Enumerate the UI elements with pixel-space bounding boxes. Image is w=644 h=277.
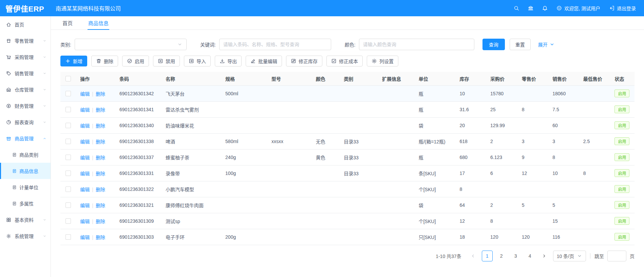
- row-checkbox[interactable]: [65, 107, 71, 112]
- logout-icon: [609, 5, 614, 11]
- delete-button[interactable]: 删除: [91, 56, 118, 66]
- edit-link[interactable]: 编辑: [80, 155, 90, 160]
- sidebar-item-measure-unit[interactable]: 计量单位: [0, 179, 51, 195]
- logout-button[interactable]: 退出登录: [609, 5, 636, 12]
- sidebar-item-warehouse[interactable]: 仓库管理: [0, 81, 51, 98]
- sidebar-item-finance[interactable]: 财务管理: [0, 98, 51, 114]
- reset-button[interactable]: 重置: [510, 39, 531, 50]
- fix-stock-button[interactable]: 修正库存: [286, 56, 322, 66]
- app-logo[interactable]: 管伊佳ERP: [0, 3, 51, 14]
- table-row[interactable]: 编辑|删除6901236301331录像带100g目录33条[SKU]17612…: [60, 165, 634, 181]
- row-checkbox[interactable]: [65, 218, 71, 224]
- sidebar-item-home[interactable]: 首页: [0, 16, 51, 33]
- category-select[interactable]: [75, 39, 187, 50]
- table-row[interactable]: 编辑|删除6901236301341雷达杀虫气雾剂瓶31.62587.5启用: [60, 101, 634, 117]
- edit-link[interactable]: 编辑: [80, 203, 90, 208]
- sidebar-item-system[interactable]: 系统管理: [0, 228, 51, 244]
- table-row[interactable]: 编辑|删除6901236301342飞天茅台500ml瓶101578018060…: [60, 85, 634, 101]
- bank-button[interactable]: [528, 5, 533, 11]
- sidebar-item-purchase[interactable]: 采购管理: [0, 49, 51, 65]
- keyword-input[interactable]: [219, 39, 331, 50]
- sidebar-item-multi-attribute[interactable]: 多属性: [0, 195, 51, 212]
- batch-edit-button[interactable]: 批量编辑: [246, 56, 282, 66]
- bell-button[interactable]: [542, 5, 548, 11]
- cell-purchase-price: [486, 181, 518, 197]
- sidebar-item-goods-info[interactable]: 商品信息: [0, 163, 51, 179]
- row-checkbox[interactable]: [65, 186, 71, 192]
- cell-color: 无色: [312, 133, 340, 149]
- prev-page-button[interactable]: [468, 251, 478, 261]
- disable-button[interactable]: 禁用: [153, 56, 180, 66]
- edit-link[interactable]: 编辑: [80, 139, 90, 144]
- sidebar-item-goods-category[interactable]: 商品类别: [0, 146, 51, 163]
- delete-link[interactable]: 删除: [96, 123, 105, 128]
- table-row[interactable]: 编辑|删除6901236301321康师傅红烧牛肉面袋64255启用: [60, 197, 634, 213]
- cell-stock: 8: [456, 181, 487, 197]
- cell-sale-price: 7.5: [548, 101, 579, 117]
- main-layout: 首页零售管理采购管理销售管理仓库管理财务管理报表查询商品管理商品类别商品信息计量…: [0, 16, 644, 277]
- user-welcome[interactable]: 欢迎您, 测试用户: [556, 5, 600, 12]
- delete-link[interactable]: 删除: [96, 219, 105, 224]
- add-button[interactable]: 新增: [60, 56, 87, 66]
- tab-home[interactable]: 首页: [62, 16, 73, 30]
- delete-link[interactable]: 删除: [96, 139, 105, 144]
- table-row[interactable]: 编辑|删除6901236301322小鹏汽车模型个[SKU]8启用: [60, 181, 634, 197]
- row-checkbox[interactable]: [65, 171, 71, 176]
- export-button[interactable]: 导出: [215, 56, 242, 66]
- page-button-1[interactable]: 1: [482, 251, 493, 261]
- cell-barcode: 6901236301341: [115, 101, 162, 117]
- select-all-checkbox[interactable]: [65, 76, 71, 81]
- table-row[interactable]: 编辑|删除6901236301338啤酒580mlxxsxx无色目录33瓶/(箱…: [60, 133, 634, 149]
- table-row[interactable]: 编辑|删除6901236301340奶油味爆米花袋20129.9960启用: [60, 117, 634, 133]
- edit-link[interactable]: 编辑: [80, 107, 90, 113]
- delete-link[interactable]: 删除: [96, 203, 105, 208]
- page-button-2[interactable]: 2: [496, 251, 507, 261]
- search-button[interactable]: 查询: [482, 39, 505, 50]
- import-button[interactable]: 导入: [184, 56, 211, 66]
- edit-link[interactable]: 编辑: [80, 187, 90, 192]
- sidebar-item-basic-data[interactable]: 基本资料: [0, 212, 51, 228]
- cell-name: 电子手环: [162, 229, 221, 245]
- sidebar-item-sales[interactable]: 销售管理: [0, 65, 51, 81]
- edit-link[interactable]: 编辑: [80, 171, 90, 176]
- row-checkbox[interactable]: [65, 155, 71, 160]
- search-button[interactable]: [514, 5, 519, 11]
- cell-min-price: [579, 85, 611, 101]
- row-checkbox[interactable]: [65, 202, 71, 208]
- table-row[interactable]: 编辑|删除6901236301309测试sp个[SKU]12815启用: [60, 213, 634, 229]
- fix-cost-button[interactable]: 修正成本: [326, 56, 363, 66]
- page-size-select[interactable]: 10 条/页: [553, 251, 586, 261]
- page-button-4[interactable]: 4: [525, 251, 535, 261]
- page-button-3[interactable]: 3: [510, 251, 521, 261]
- system-icon: [6, 234, 11, 239]
- jump-page-input[interactable]: [607, 251, 626, 261]
- row-checkbox[interactable]: [65, 91, 71, 96]
- enable-button[interactable]: 启用: [122, 56, 149, 66]
- delete-link[interactable]: 删除: [96, 235, 105, 240]
- color-input[interactable]: [359, 39, 474, 50]
- edit-link[interactable]: 编辑: [80, 235, 90, 240]
- delete-link[interactable]: 删除: [96, 107, 105, 113]
- column-settings-button[interactable]: 列设置: [367, 56, 398, 66]
- cell-sale-price: 5: [548, 197, 579, 213]
- delete-link[interactable]: 删除: [96, 171, 105, 176]
- sidebar-item-goods[interactable]: 商品管理: [0, 130, 51, 146]
- edit-link[interactable]: 编辑: [80, 123, 90, 128]
- delete-link[interactable]: 删除: [96, 91, 105, 97]
- edit-link[interactable]: 编辑: [80, 91, 90, 97]
- delete-link[interactable]: 删除: [96, 187, 105, 192]
- cell-category: [340, 197, 378, 213]
- column-header-stock: 库存: [456, 72, 487, 85]
- table-row[interactable]: 编辑|删除6901236301303电子手环200g只[SKU]18120120…: [60, 229, 634, 245]
- expand-link[interactable]: 展开: [538, 41, 555, 48]
- row-checkbox[interactable]: [65, 123, 71, 128]
- next-page-button[interactable]: [539, 251, 550, 261]
- row-checkbox[interactable]: [65, 234, 71, 240]
- table-row[interactable]: 编辑|删除6901236301337蜂蜜柚子茶240g黄色目录33瓶6806.1…: [60, 149, 634, 165]
- sidebar-item-report[interactable]: 报表查询: [0, 114, 51, 130]
- row-checkbox[interactable]: [65, 139, 71, 144]
- sidebar-item-retail[interactable]: 零售管理: [0, 33, 51, 49]
- delete-link[interactable]: 删除: [96, 155, 105, 160]
- tab-goods-info[interactable]: 商品信息: [88, 16, 109, 30]
- edit-link[interactable]: 编辑: [80, 219, 90, 224]
